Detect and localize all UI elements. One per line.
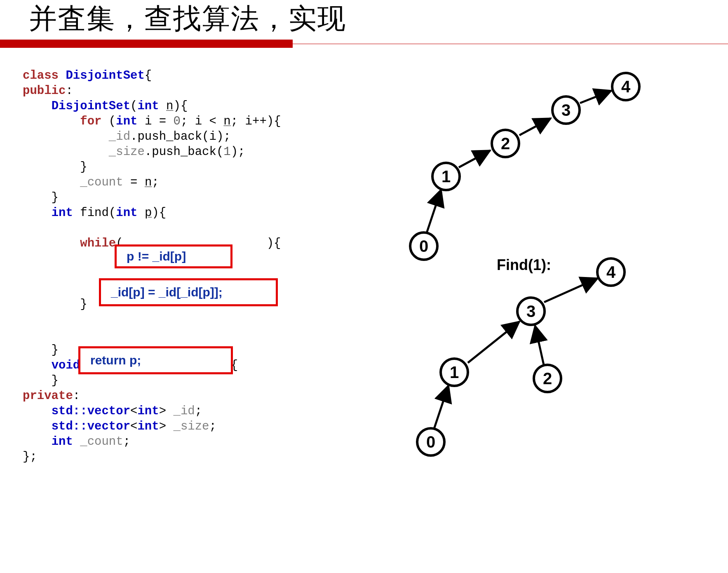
node-4: 4 (621, 77, 631, 96)
kw-int-2: int (116, 115, 137, 128)
svg-line-12 (544, 278, 598, 302)
find-label: Find(1): (497, 256, 551, 273)
size-member: _size (109, 145, 145, 159)
push-back-2: push_back (152, 145, 216, 159)
num-one: 1 (223, 145, 230, 159)
count-decl: _count (80, 435, 123, 449)
var-i-2: i (195, 115, 202, 128)
title-underline-thin (293, 44, 728, 44)
num-zero: 0 (174, 115, 181, 128)
var-i: i (145, 115, 152, 128)
top-chain: 0 1 2 3 4 (410, 73, 639, 260)
kw-while: while (80, 237, 116, 250)
kw-for: for (80, 115, 101, 128)
kw-class: class (23, 69, 59, 82)
kw-void: void (52, 359, 80, 372)
bnode-4: 4 (606, 263, 616, 281)
kw-int-7: int (52, 435, 73, 449)
bnode-2: 2 (543, 369, 552, 387)
id-member: _id (109, 130, 130, 143)
kw-int: int (137, 99, 159, 113)
kw-public: public (23, 84, 66, 98)
svg-line-9 (434, 385, 449, 429)
bnode-1: 1 (450, 363, 459, 381)
node-0: 0 (419, 237, 428, 255)
bnode-0: 0 (426, 433, 435, 451)
highlight-condition-text: p != _id[p] (117, 249, 186, 263)
svg-line-0 (427, 190, 441, 233)
node-1: 1 (441, 167, 451, 186)
highlight-compress-text: _id[p] = _id[_id[p]]; (101, 285, 223, 299)
highlight-condition: p != _id[p] (115, 244, 232, 268)
node-2: 2 (501, 134, 510, 153)
bnode-3: 3 (526, 302, 535, 320)
find-name: find (80, 206, 109, 220)
title-underline-bar (0, 40, 293, 48)
svg-line-3 (580, 91, 611, 103)
std-vector-2: std::vector (52, 420, 130, 433)
param-p: p (145, 206, 152, 220)
slide-title: 并査集，查找算法，实现 (29, 0, 346, 38)
class-name: DisjointSet (66, 69, 144, 82)
param-n: n (166, 99, 173, 113)
int-tmpl-1: int (137, 404, 159, 418)
svg-line-11 (535, 326, 544, 365)
std-vector-1: std::vector (52, 404, 130, 418)
kw-int-4: int (116, 206, 137, 220)
highlight-return: return p; (78, 346, 233, 374)
kw-int-3: int (52, 206, 73, 220)
count-member: _count (80, 176, 123, 189)
node-3: 3 (561, 101, 571, 119)
push-back: push_back (137, 130, 202, 143)
highlight-compress: _id[p] = _id[_id[p]]; (99, 278, 278, 306)
svg-line-1 (459, 150, 490, 167)
size-decl: _size (174, 420, 209, 433)
svg-line-10 (468, 322, 519, 363)
param-n-3: n (145, 176, 152, 189)
param-n-2: n (223, 115, 230, 128)
bottom-tree: 0 1 2 3 4 (417, 258, 625, 456)
diagram-area: 0 1 2 3 4 Find(1): 0 (363, 70, 713, 565)
svg-line-2 (519, 118, 551, 135)
kw-private: private (23, 389, 73, 403)
ctor-name: DisjointSet (52, 99, 130, 113)
int-tmpl-2: int (137, 420, 159, 433)
id-decl: _id (174, 404, 195, 418)
inc: i++ (245, 115, 267, 128)
highlight-return-text: return p; (80, 353, 141, 367)
